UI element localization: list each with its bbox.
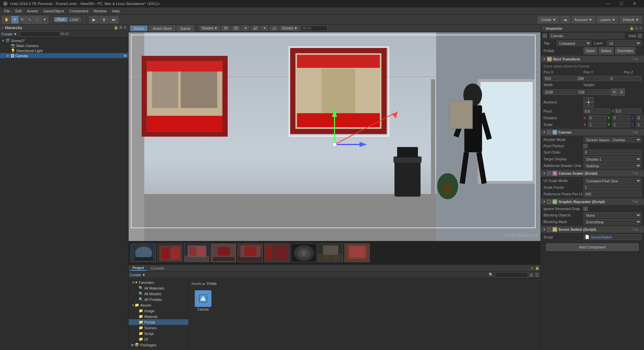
scene-cam-btn[interactable]: 📹 xyxy=(270,26,278,31)
assets-group[interactable]: ▼ 📁 Assets xyxy=(129,302,188,308)
ss-settings-btn[interactable]: ⚙ xyxy=(635,228,638,231)
ui-scale-select[interactable]: Constant Pixel Size xyxy=(584,178,641,183)
graphic-raycaster-header[interactable]: ▼ G Graphic Raycaster (Script) ? ⚙ ⋮ xyxy=(541,198,644,205)
blocking-objects-select[interactable]: None xyxy=(584,212,641,218)
script-folder[interactable]: 📁 Script xyxy=(129,331,188,336)
menu-gameobject[interactable]: GameObject xyxy=(41,8,67,14)
rot-z-field[interactable] xyxy=(636,115,644,121)
project-create-btn[interactable]: Create ▼ xyxy=(130,273,146,277)
thumb-5[interactable] xyxy=(237,243,263,262)
thumb-7[interactable] xyxy=(291,243,316,262)
rt-overflow-btn[interactable]: ⋮ xyxy=(639,57,642,61)
packages-group[interactable]: ▶ 📦 Packages xyxy=(129,342,188,348)
inspector-close[interactable]: ✕ xyxy=(639,26,642,30)
script-value[interactable]: 📄 SceneSwitch xyxy=(584,234,641,240)
scene-search[interactable] xyxy=(301,26,328,31)
bottom-lock[interactable]: 🔒 xyxy=(535,266,539,270)
scale-factor-field[interactable] xyxy=(584,185,641,190)
layers-button[interactable]: Layers ▼ xyxy=(597,16,618,23)
rt-b-btn[interactable]: B xyxy=(618,89,625,96)
rect-tool[interactable]: ⬚ xyxy=(33,16,41,23)
rot-y-field[interactable] xyxy=(612,115,630,121)
raycaster-enabled-check[interactable] xyxy=(547,200,551,204)
menu-help[interactable]: Help xyxy=(109,8,122,14)
account-button[interactable]: Account ▼ xyxy=(572,16,596,23)
scale-z-field[interactable] xyxy=(636,122,644,127)
project-list-toggle[interactable]: ☰ xyxy=(535,272,539,278)
scaler-overflow-btn[interactable]: ⋮ xyxy=(639,172,642,175)
menu-edit[interactable]: Edit xyxy=(13,8,24,14)
pivot-mode-btn[interactable]: Pivot xyxy=(54,17,67,22)
asset-store-tab[interactable]: Asset Store xyxy=(149,25,175,31)
sort-order-field[interactable] xyxy=(584,150,641,155)
render-mode-select[interactable]: Screen Space - Overlay xyxy=(584,137,641,142)
coord-system-btn[interactable]: Local xyxy=(67,17,80,22)
thumb-2[interactable] xyxy=(157,243,183,262)
ss-help-btn[interactable]: ? xyxy=(632,228,634,231)
prefab-select-btn[interactable]: Select xyxy=(599,47,614,54)
scale-tool[interactable]: ⤡ xyxy=(26,16,33,23)
thumb-9[interactable] xyxy=(344,243,370,262)
console-tab[interactable]: Console xyxy=(148,266,167,271)
hierarchy-item-dirlight[interactable]: 💡 Directional Light xyxy=(0,48,128,53)
scene-viewport[interactable]: CSDN @Byou白悠 xyxy=(129,32,540,241)
play-button[interactable]: ▶ xyxy=(89,16,99,23)
scaler-help-btn[interactable]: ? xyxy=(632,172,634,175)
rect-transform-header[interactable]: ▼ RT Rect Transform ? ⚙ ⋮ xyxy=(541,56,644,62)
canvas-enabled-check[interactable]: ✓ xyxy=(547,130,551,134)
blocking-mask-select[interactable]: Everything xyxy=(584,219,641,224)
minimize-button[interactable]: — xyxy=(601,0,615,7)
raycaster-help-btn[interactable]: ? xyxy=(632,200,634,204)
pixel-perfect-checkbox[interactable] xyxy=(584,144,588,148)
scale-x-field[interactable] xyxy=(588,122,606,127)
rt-width-field[interactable] xyxy=(543,90,577,95)
menu-file[interactable]: File xyxy=(1,8,13,14)
raycaster-settings-btn[interactable]: ⚙ xyxy=(635,200,638,204)
prefab-overrides-btn[interactable]: Overrides xyxy=(615,47,636,54)
step-button[interactable]: ⏭ xyxy=(109,16,119,23)
hand-tool[interactable]: ✋ xyxy=(2,16,11,23)
lighting-btn[interactable]: ☀ xyxy=(242,26,250,31)
canvas-overflow-btn[interactable]: ⋮ xyxy=(639,131,642,134)
collab-button[interactable]: Collab ▼ xyxy=(538,16,559,23)
thumb-3[interactable] xyxy=(184,243,209,262)
canvas-settings-btn[interactable]: ⚙ xyxy=(635,131,638,134)
pause-button[interactable]: ⏸ xyxy=(99,16,109,23)
project-tab[interactable]: Project xyxy=(130,266,147,271)
image-folder[interactable]: 📁 Image xyxy=(129,308,188,314)
move-tool[interactable]: ✛ xyxy=(11,16,19,23)
hierarchy-search[interactable] xyxy=(20,31,60,37)
pivot-y-field[interactable] xyxy=(615,109,641,114)
close-button[interactable]: ✕ xyxy=(628,0,641,7)
canvas-help-btn[interactable]: ? xyxy=(632,131,634,134)
inspector-lock[interactable]: 🔒 xyxy=(630,26,634,30)
effects-btn[interactable]: ✦ xyxy=(261,26,268,31)
layer-select[interactable]: UI xyxy=(607,40,642,46)
maximize-button[interactable]: ☐ xyxy=(615,0,628,7)
thumb-6[interactable] xyxy=(264,243,290,262)
project-view-toggle[interactable]: ⊞ xyxy=(529,272,533,278)
static-checkbox[interactable] xyxy=(638,34,642,38)
scale-y-field[interactable] xyxy=(612,122,630,127)
layout-button[interactable]: Default ▼ xyxy=(620,16,642,23)
add-component-button[interactable]: Add Component xyxy=(546,243,639,251)
2d-toggle[interactable]: 2D xyxy=(231,26,240,31)
scene-switch-header[interactable]: ▼ SS Scene Switch (Script) ? ⚙ ⋮ xyxy=(541,226,644,233)
inspector-settings[interactable]: ⚙ xyxy=(635,26,638,30)
hierarchy-lock[interactable]: 🔒 xyxy=(114,26,118,29)
hierarchy-item-canvas[interactable]: ▶ 🖼 Canvas ▶ xyxy=(0,53,128,58)
thumb-1[interactable] xyxy=(131,243,156,262)
projection-btn[interactable]: 3D xyxy=(221,26,230,31)
bottom-settings[interactable]: ⚙ xyxy=(531,266,534,270)
rot-x-field[interactable] xyxy=(588,115,606,121)
rt-help-btn[interactable]: ? xyxy=(632,57,634,61)
rt-r-btn[interactable]: R xyxy=(611,89,618,96)
rt-height-field[interactable] xyxy=(577,90,610,95)
object-enabled-checkbox[interactable]: ✓ xyxy=(543,34,547,38)
scene-tab[interactable]: Scene xyxy=(130,25,148,31)
shading-btn[interactable]: Shaded ▼ xyxy=(199,26,220,31)
multi-tool[interactable]: ✦ xyxy=(41,16,48,23)
hierarchy-item-maincamera[interactable]: 📷 Main Camera xyxy=(0,43,128,48)
tag-select[interactable]: Untagged xyxy=(557,40,591,46)
game-tab[interactable]: Game xyxy=(177,25,194,31)
